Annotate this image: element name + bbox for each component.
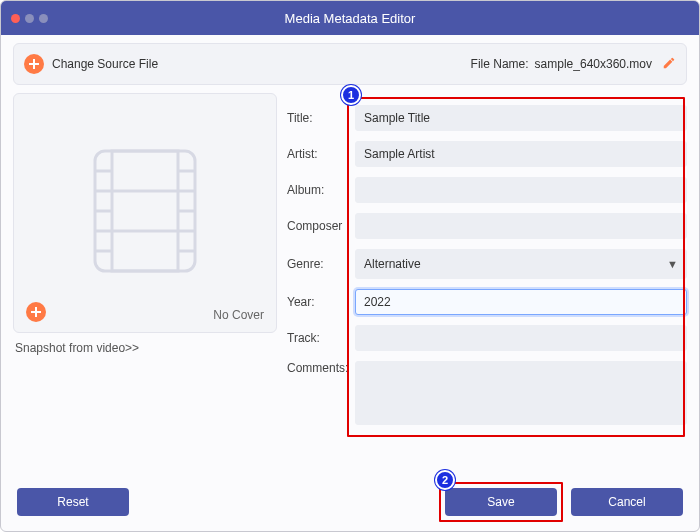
change-source-button[interactable]: Change Source File xyxy=(52,57,158,71)
annotation-step-2: 2 xyxy=(435,470,455,490)
title-input[interactable] xyxy=(355,105,687,131)
editor-body: No Cover Snapshot from video>> 1 Title: … xyxy=(1,89,699,483)
maximize-window-button[interactable] xyxy=(39,14,48,23)
titlebar: Media Metadata Editor xyxy=(1,1,699,35)
toolbar: Change Source File File Name: sample_640… xyxy=(13,43,687,85)
comments-label: Comments: xyxy=(285,361,355,375)
cover-column: No Cover Snapshot from video>> xyxy=(13,93,277,475)
metadata-form: Title: Artist: Album: Composer Genre: xyxy=(285,93,687,428)
cover-art-panel: No Cover xyxy=(13,93,277,333)
comments-textarea[interactable] xyxy=(355,361,687,425)
add-cover-button[interactable] xyxy=(26,302,46,322)
window-controls xyxy=(11,14,48,23)
artist-input[interactable] xyxy=(355,141,687,167)
track-input[interactable] xyxy=(355,325,687,351)
track-label: Track: xyxy=(285,331,355,345)
metadata-editor-window: Media Metadata Editor Change Source File… xyxy=(0,0,700,532)
minimize-window-button[interactable] xyxy=(25,14,34,23)
year-label: Year: xyxy=(285,295,355,309)
composer-label: Composer xyxy=(285,219,355,233)
album-label: Album: xyxy=(285,183,355,197)
save-button[interactable]: Save xyxy=(445,488,557,516)
composer-input[interactable] xyxy=(355,213,687,239)
album-input[interactable] xyxy=(355,177,687,203)
genre-select[interactable]: Alternative ▼ xyxy=(355,249,687,279)
reset-button[interactable]: Reset xyxy=(17,488,129,516)
file-name-value: sample_640x360.mov xyxy=(535,57,652,71)
edit-filename-icon[interactable] xyxy=(662,56,676,73)
chevron-down-icon: ▼ xyxy=(667,258,678,270)
genre-value: Alternative xyxy=(364,257,421,271)
footer: Reset 2 Save Cancel xyxy=(1,483,699,531)
snapshot-from-video-link[interactable]: Snapshot from video>> xyxy=(15,341,275,355)
annotation-step-1: 1 xyxy=(341,85,361,105)
artist-label: Artist: xyxy=(285,147,355,161)
title-label: Title: xyxy=(285,111,355,125)
window-title: Media Metadata Editor xyxy=(1,11,699,26)
change-source-icon[interactable] xyxy=(24,54,44,74)
metadata-form-area: 1 Title: Artist: Album: Composer xyxy=(285,93,687,475)
svg-rect-1 xyxy=(112,151,178,271)
genre-label: Genre: xyxy=(285,257,355,271)
cancel-button[interactable]: Cancel xyxy=(571,488,683,516)
close-window-button[interactable] xyxy=(11,14,20,23)
year-input[interactable] xyxy=(355,289,687,315)
film-placeholder-icon xyxy=(90,146,200,280)
no-cover-label: No Cover xyxy=(213,308,264,322)
file-name-label: File Name: xyxy=(471,57,529,71)
